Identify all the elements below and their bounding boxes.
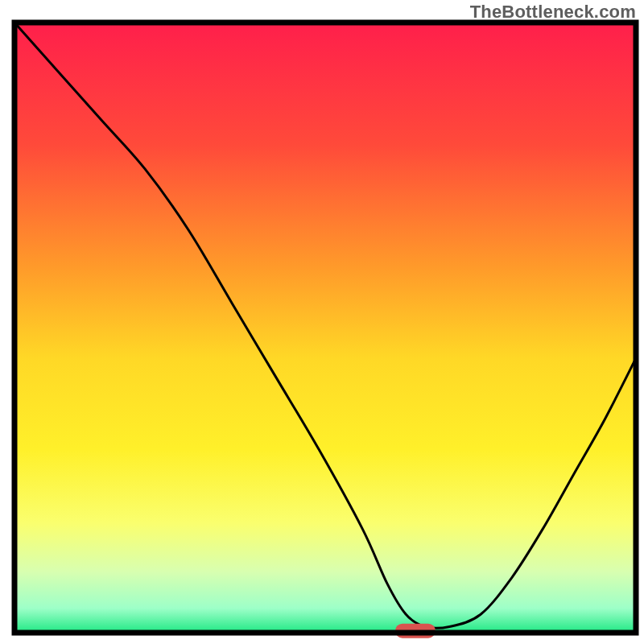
bottleneck-chart — [0, 0, 644, 644]
chart-container: TheBottleneck.com — [0, 0, 644, 644]
plot-area — [14, 23, 636, 633]
